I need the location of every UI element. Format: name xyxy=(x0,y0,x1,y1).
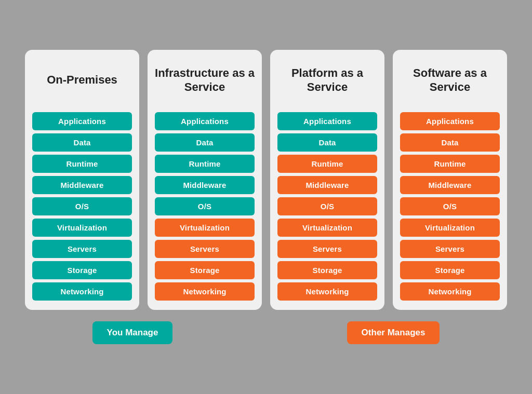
legend-row: You Manage Other Manages xyxy=(10,321,522,344)
column-title-iaas: Infrastructure as a Service xyxy=(155,59,255,101)
item-iaas-1: Data xyxy=(155,133,255,152)
item-iaas-5: Virtualization xyxy=(155,219,255,237)
item-on-premises-5: Virtualization xyxy=(32,219,132,237)
item-iaas-2: Runtime xyxy=(155,155,255,173)
item-iaas-8: Networking xyxy=(155,282,255,301)
item-iaas-0: Applications xyxy=(155,112,255,130)
item-paas-6: Servers xyxy=(277,240,377,258)
column-saas: Software as a ServiceApplicationsDataRun… xyxy=(393,50,507,310)
item-saas-1: Data xyxy=(400,133,500,152)
item-saas-6: Servers xyxy=(400,240,500,258)
item-paas-3: Middleware xyxy=(277,176,377,194)
you-manage-legend: You Manage xyxy=(92,321,173,344)
item-on-premises-0: Applications xyxy=(32,112,132,130)
item-paas-5: Virtualization xyxy=(277,219,377,237)
item-on-premises-1: Data xyxy=(32,133,132,152)
column-title-paas: Platform as a Service xyxy=(277,59,377,101)
item-on-premises-7: Storage xyxy=(32,261,132,279)
item-on-premises-6: Servers xyxy=(32,240,132,258)
column-title-on-premises: On-Premises xyxy=(47,59,117,101)
item-saas-2: Runtime xyxy=(400,155,500,173)
item-paas-1: Data xyxy=(277,133,377,152)
item-iaas-7: Storage xyxy=(155,261,255,279)
item-iaas-4: O/S xyxy=(155,197,255,215)
column-iaas: Infrastructure as a ServiceApplicationsD… xyxy=(148,50,262,310)
other-manages-legend: Other Manages xyxy=(347,321,440,344)
item-paas-2: Runtime xyxy=(277,155,377,173)
item-paas-4: O/S xyxy=(277,197,377,215)
item-on-premises-2: Runtime xyxy=(32,155,132,173)
items-list-on-premises: ApplicationsDataRuntimeMiddlewareO/SVirt… xyxy=(32,112,132,301)
column-on-premises: On-PremisesApplicationsDataRuntimeMiddle… xyxy=(25,50,139,310)
items-list-iaas: ApplicationsDataRuntimeMiddlewareO/SVirt… xyxy=(155,112,255,301)
item-saas-4: O/S xyxy=(400,197,500,215)
item-paas-8: Networking xyxy=(277,282,377,301)
item-saas-7: Storage xyxy=(400,261,500,279)
item-saas-5: Virtualization xyxy=(400,219,500,237)
column-paas: Platform as a ServiceApplicationsDataRun… xyxy=(270,50,384,310)
item-on-premises-3: Middleware xyxy=(32,176,132,194)
item-saas-3: Middleware xyxy=(400,176,500,194)
item-on-premises-8: Networking xyxy=(32,282,132,301)
item-iaas-3: Middleware xyxy=(155,176,255,194)
column-title-saas: Software as a Service xyxy=(400,59,500,101)
item-iaas-6: Servers xyxy=(155,240,255,258)
columns-row: On-PremisesApplicationsDataRuntimeMiddle… xyxy=(10,50,522,310)
main-container: On-PremisesApplicationsDataRuntimeMiddle… xyxy=(10,50,522,344)
item-paas-0: Applications xyxy=(277,112,377,130)
items-list-paas: ApplicationsDataRuntimeMiddlewareO/SVirt… xyxy=(277,112,377,301)
items-list-saas: ApplicationsDataRuntimeMiddlewareO/SVirt… xyxy=(400,112,500,301)
item-saas-0: Applications xyxy=(400,112,500,130)
item-paas-7: Storage xyxy=(277,261,377,279)
item-on-premises-4: O/S xyxy=(32,197,132,215)
item-saas-8: Networking xyxy=(400,282,500,301)
